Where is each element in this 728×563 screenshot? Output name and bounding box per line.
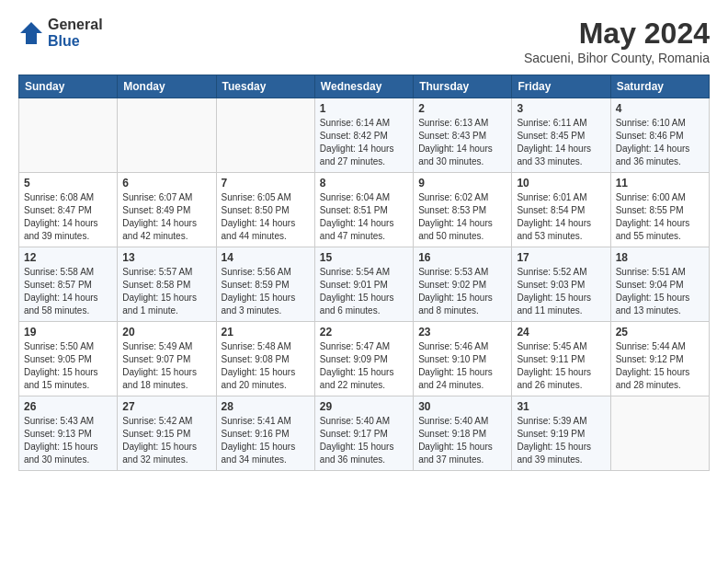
sun-info: Sunrise: 5:44 AMSunset: 9:12 PMDaylight:…	[616, 340, 704, 392]
sun-info-line: Sunrise: 5:48 AM	[222, 340, 310, 353]
sun-info-line: Sunset: 9:08 PM	[222, 353, 310, 366]
sun-info-line: Daylight: 15 hours	[122, 441, 210, 454]
sun-info: Sunrise: 5:54 AMSunset: 9:01 PMDaylight:…	[320, 266, 408, 317]
day-cell-14: 14Sunrise: 5:56 AMSunset: 8:59 PMDayligh…	[216, 247, 314, 322]
sun-info-line: and 15 minutes.	[24, 379, 112, 392]
logo-text: General Blue	[48, 17, 103, 49]
day-number: 23	[418, 326, 506, 339]
sun-info: Sunrise: 6:13 AMSunset: 8:43 PMDaylight:…	[418, 117, 506, 168]
sun-info-line: and 47 minutes.	[320, 230, 408, 243]
sun-info-line: Sunset: 9:15 PM	[122, 428, 210, 441]
sun-info-line: Daylight: 15 hours	[616, 366, 704, 379]
day-cell-7: 7Sunrise: 6:05 AMSunset: 8:50 PMDaylight…	[216, 173, 314, 247]
sun-info-line: Sunset: 9:13 PM	[24, 428, 112, 441]
location: Sacueni, Bihor County, Romania	[524, 51, 710, 65]
day-number: 19	[24, 326, 112, 339]
sun-info-line: Sunset: 9:02 PM	[418, 279, 506, 292]
sun-info-line: Daylight: 14 hours	[616, 143, 704, 155]
calendar: SundayMondayTuesdayWednesdayThursdayFrid…	[18, 75, 710, 471]
sun-info-line: Daylight: 15 hours	[418, 366, 506, 379]
sun-info-line: Daylight: 14 hours	[517, 143, 605, 155]
sun-info-line: and 39 minutes.	[24, 230, 112, 243]
sun-info-line: and 55 minutes.	[616, 230, 704, 243]
sun-info-line: Daylight: 14 hours	[24, 217, 112, 230]
sun-info-line: and 53 minutes.	[517, 230, 605, 243]
sun-info-line: Sunrise: 6:08 AM	[24, 191, 112, 204]
day-cell-19: 19Sunrise: 5:50 AMSunset: 9:05 PMDayligh…	[19, 322, 118, 396]
sun-info: Sunrise: 5:42 AMSunset: 9:15 PMDaylight:…	[122, 415, 210, 466]
sun-info-line: Sunset: 9:03 PM	[517, 279, 605, 292]
day-cell-25: 25Sunrise: 5:44 AMSunset: 9:12 PMDayligh…	[610, 322, 709, 396]
sun-info-line: Sunrise: 5:58 AM	[24, 266, 112, 279]
sun-info-line: Sunrise: 5:40 AM	[418, 415, 506, 428]
sun-info-line: Daylight: 15 hours	[320, 366, 408, 379]
sun-info-line: Sunrise: 5:42 AM	[122, 415, 210, 428]
sun-info-line: Sunset: 8:45 PM	[517, 130, 605, 143]
sun-info-line: Sunset: 9:09 PM	[320, 353, 408, 366]
day-number: 15	[320, 251, 408, 264]
sun-info-line: Sunrise: 6:07 AM	[122, 191, 210, 204]
sun-info: Sunrise: 5:43 AMSunset: 9:13 PMDaylight:…	[24, 415, 112, 466]
sun-info-line: Daylight: 15 hours	[418, 292, 506, 304]
sun-info-line: Daylight: 15 hours	[517, 366, 605, 379]
sun-info-line: and 20 minutes.	[222, 379, 310, 392]
sun-info: Sunrise: 5:52 AMSunset: 9:03 PMDaylight:…	[517, 266, 605, 317]
header: General Blue May 2024 Sacueni, Bihor Cou…	[18, 17, 710, 65]
day-header-monday: Monday	[118, 75, 216, 98]
sun-info-line: Sunset: 9:12 PM	[616, 353, 704, 366]
sun-info-line: Daylight: 15 hours	[320, 292, 408, 304]
sun-info-line: and 30 minutes.	[418, 155, 506, 168]
sun-info-line: Daylight: 14 hours	[517, 217, 605, 230]
sun-info-line: Sunrise: 5:39 AM	[517, 415, 605, 428]
sun-info-line: and 36 minutes.	[616, 155, 704, 168]
sun-info-line: Sunrise: 6:13 AM	[418, 117, 506, 130]
sun-info: Sunrise: 6:14 AMSunset: 8:42 PMDaylight:…	[320, 117, 408, 168]
day-cell-23: 23Sunrise: 5:46 AMSunset: 9:10 PMDayligh…	[414, 322, 512, 396]
day-number: 10	[517, 177, 605, 190]
sun-info-line: Sunrise: 5:52 AM	[517, 266, 605, 279]
day-cell-6: 6Sunrise: 6:07 AMSunset: 8:49 PMDaylight…	[118, 173, 216, 247]
sun-info-line: and 36 minutes.	[320, 454, 408, 466]
day-number: 29	[320, 400, 408, 413]
sun-info: Sunrise: 6:02 AMSunset: 8:53 PMDaylight:…	[418, 191, 506, 243]
sun-info: Sunrise: 6:11 AMSunset: 8:45 PMDaylight:…	[517, 117, 605, 168]
day-number: 28	[222, 400, 310, 413]
day-cell-17: 17Sunrise: 5:52 AMSunset: 9:03 PMDayligh…	[512, 247, 610, 322]
sun-info-line: Sunset: 8:57 PM	[24, 279, 112, 292]
sun-info-line: Sunrise: 5:56 AM	[222, 266, 310, 279]
sun-info-line: Daylight: 14 hours	[616, 217, 704, 230]
week-row-5: 26Sunrise: 5:43 AMSunset: 9:13 PMDayligh…	[19, 396, 710, 471]
day-header-saturday: Saturday	[610, 75, 709, 98]
sun-info-line: Daylight: 14 hours	[320, 143, 408, 155]
day-cell-16: 16Sunrise: 5:53 AMSunset: 9:02 PMDayligh…	[414, 247, 512, 322]
day-cell-24: 24Sunrise: 5:45 AMSunset: 9:11 PMDayligh…	[512, 322, 610, 396]
sun-info-line: Sunset: 9:05 PM	[24, 353, 112, 366]
sun-info-line: and 44 minutes.	[222, 230, 310, 243]
logo-general-text: General	[48, 17, 103, 33]
sun-info-line: Sunrise: 5:46 AM	[418, 340, 506, 353]
day-cell-4: 4Sunrise: 6:10 AMSunset: 8:46 PMDaylight…	[610, 98, 709, 173]
sun-info-line: Daylight: 15 hours	[616, 292, 704, 304]
sun-info-line: Sunrise: 5:43 AM	[24, 415, 112, 428]
sun-info: Sunrise: 5:41 AMSunset: 9:16 PMDaylight:…	[222, 415, 310, 466]
svg-marker-1	[20, 22, 42, 44]
sun-info-line: and 39 minutes.	[517, 454, 605, 466]
sun-info-line: Daylight: 15 hours	[24, 366, 112, 379]
day-number: 16	[418, 251, 506, 264]
sun-info: Sunrise: 5:56 AMSunset: 8:59 PMDaylight:…	[222, 266, 310, 317]
day-cell-26: 26Sunrise: 5:43 AMSunset: 9:13 PMDayligh…	[19, 396, 118, 471]
sun-info-line: and 33 minutes.	[517, 155, 605, 168]
sun-info-line: Daylight: 14 hours	[418, 143, 506, 155]
day-number: 27	[122, 400, 210, 413]
sun-info-line: and 26 minutes.	[517, 379, 605, 392]
sun-info: Sunrise: 5:47 AMSunset: 9:09 PMDaylight:…	[320, 340, 408, 392]
sun-info-line: Sunrise: 5:47 AM	[320, 340, 408, 353]
week-row-1: 1Sunrise: 6:14 AMSunset: 8:42 PMDaylight…	[19, 98, 710, 173]
logo-icon	[18, 20, 44, 46]
sun-info: Sunrise: 6:01 AMSunset: 8:54 PMDaylight:…	[517, 191, 605, 243]
day-number: 1	[320, 102, 408, 115]
sun-info: Sunrise: 6:08 AMSunset: 8:47 PMDaylight:…	[24, 191, 112, 243]
sun-info: Sunrise: 5:50 AMSunset: 9:05 PMDaylight:…	[24, 340, 112, 392]
sun-info-line: Sunset: 9:16 PM	[222, 428, 310, 441]
sun-info: Sunrise: 5:49 AMSunset: 9:07 PMDaylight:…	[122, 340, 210, 392]
